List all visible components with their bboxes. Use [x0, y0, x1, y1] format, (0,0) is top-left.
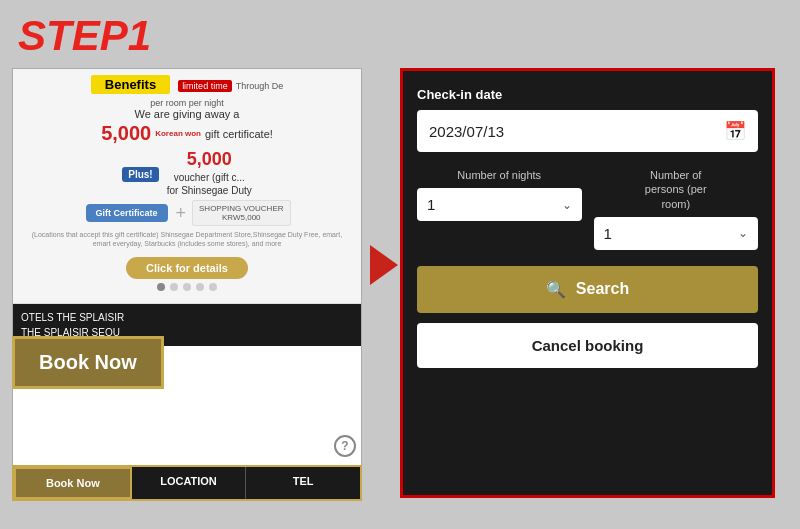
nav-location[interactable]: LOCATION — [132, 467, 247, 499]
carousel-dots — [21, 283, 353, 291]
nav-book-now[interactable]: Book Now — [14, 467, 132, 499]
nights-chevron-icon: ⌄ — [562, 198, 572, 212]
giving-away-text: We are giving away a — [21, 108, 353, 120]
voucher-text: voucher (gift c... — [167, 172, 252, 183]
through-text: Through De — [236, 81, 284, 91]
limited-time-badge: limited time — [178, 80, 232, 92]
dot-1 — [157, 283, 165, 291]
date-value: 2023/07/13 — [429, 123, 504, 140]
nights-persons-row: Number of nights 1 ⌄ Number ofpersons (p… — [417, 168, 758, 250]
cancel-booking-button[interactable]: Cancel booking — [417, 323, 758, 368]
benefits-title: Benefits — [91, 75, 170, 94]
nav-tel[interactable]: TEL — [246, 467, 360, 499]
arrow-icon — [370, 245, 398, 285]
per-room-text: per room per night — [21, 98, 353, 108]
shopping-card: SHOPPING VOUCHERKRW5,000 — [192, 200, 290, 226]
amount-5000: 5,000 — [101, 122, 151, 145]
dot-4 — [196, 283, 204, 291]
nights-select[interactable]: 1 ⌄ — [417, 188, 582, 221]
nights-group: Number of nights 1 ⌄ — [417, 168, 582, 250]
step-title: STEP1 — [18, 12, 151, 60]
dot-2 — [170, 283, 178, 291]
dot-3 — [183, 283, 191, 291]
hotel-name: OTELS THE SPLAISIR — [21, 310, 353, 325]
locations-text: (Locations that accept this gift certifi… — [25, 230, 349, 248]
click-details-button[interactable]: Click for details — [126, 257, 248, 279]
benefits-banner: Benefits limited time Through De per roo… — [13, 69, 361, 304]
search-button[interactable]: 🔍 Search — [417, 266, 758, 313]
persons-label: Number ofpersons (perroom) — [594, 168, 759, 211]
book-now-large-button[interactable]: Book Now — [12, 336, 164, 389]
won-label: Korean won — [155, 129, 201, 138]
gift-cert-label: gift certificate! — [205, 128, 273, 140]
hotel-website-mockup: Benefits limited time Through De per roo… — [12, 68, 362, 498]
persons-chevron-icon: ⌄ — [738, 226, 748, 240]
plus-badge: Plus! — [122, 167, 158, 182]
booking-widget: Check-in date 2023/07/13 📅 Number of nig… — [400, 68, 775, 498]
persons-select[interactable]: 1 ⌄ — [594, 217, 759, 250]
voucher-amount: 5,000 — [187, 149, 232, 169]
gift-cert-card: Gift Certificate — [86, 204, 168, 222]
plus-symbol: + — [176, 203, 187, 224]
checkin-label: Check-in date — [417, 87, 758, 102]
help-icon[interactable]: ? — [334, 435, 356, 457]
persons-value: 1 — [604, 225, 612, 242]
voucher-for: for Shinsegae Duty — [167, 185, 252, 196]
calendar-icon[interactable]: 📅 — [724, 120, 746, 142]
search-icon: 🔍 — [546, 280, 566, 299]
bottom-nav: Book Now LOCATION TEL — [12, 465, 362, 501]
nights-value: 1 — [427, 196, 435, 213]
nights-label: Number of nights — [417, 168, 582, 182]
persons-group: Number ofpersons (perroom) 1 ⌄ — [594, 168, 759, 250]
date-input-row[interactable]: 2023/07/13 📅 — [417, 110, 758, 152]
search-label: Search — [576, 280, 629, 298]
dot-5 — [209, 283, 217, 291]
